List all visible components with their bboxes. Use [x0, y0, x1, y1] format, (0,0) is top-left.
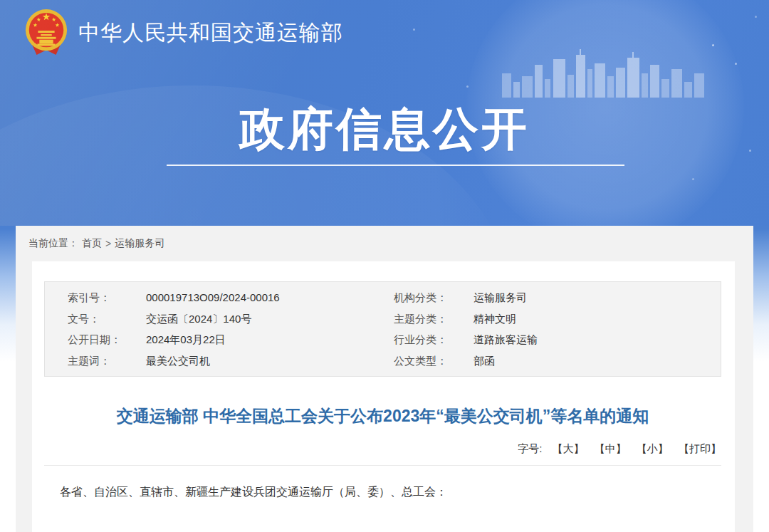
- salutation-text: 各省、自治区、直辖市、新疆生产建设兵团交通运输厅（局、委）、总工会：: [44, 484, 721, 500]
- meta-label: 索引号：: [68, 287, 146, 308]
- meta-value: 运输服务司: [474, 287, 721, 308]
- breadcrumb-separator: >: [105, 238, 111, 249]
- banner-underline: [167, 165, 624, 166]
- meta-label: 公文类型：: [394, 350, 474, 372]
- meta-value: 部函: [474, 350, 721, 372]
- meta-label: 机构分类：: [394, 287, 474, 308]
- meta-label: 主题分类：: [394, 308, 474, 330]
- site-header: 中华人民共和国交通运输部 政府信息公开: [0, 0, 769, 226]
- meta-label: 主题词：: [68, 350, 146, 372]
- meta-table: 索引号： 000019713O09/2024-00016 机构分类： 运输服务司…: [44, 281, 721, 377]
- font-size-label: 字号:: [518, 442, 542, 454]
- meta-value: 最美公交司机: [146, 350, 394, 372]
- national-emblem-icon: [24, 7, 68, 58]
- meta-value: 2024年03月22日: [146, 329, 394, 350]
- meta-label: 行业分类：: [394, 329, 474, 350]
- city-skyline-icon: [502, 43, 708, 98]
- meta-label: 公开日期：: [68, 329, 146, 350]
- site-name[interactable]: 中华人民共和国交通运输部: [78, 19, 343, 48]
- font-small-button[interactable]: 【小】: [637, 442, 669, 454]
- font-large-button[interactable]: 【大】: [552, 442, 584, 454]
- decor-dots: [712, 44, 714, 46]
- breadcrumb-section-link[interactable]: 运输服务司: [115, 237, 164, 250]
- meta-value: 交运函〔2024〕140号: [146, 308, 394, 330]
- meta-value: 000019713O09/2024-00016: [146, 287, 394, 308]
- print-button[interactable]: 【打印】: [679, 442, 721, 454]
- font-medium-button[interactable]: 【中】: [595, 442, 627, 454]
- meta-value: 道路旅客运输: [474, 329, 721, 350]
- document-panel: 索引号： 000019713O09/2024-00016 机构分类： 运输服务司…: [32, 261, 735, 532]
- banner-title: 政府信息公开: [0, 102, 769, 156]
- breadcrumb: 当前位置： 首页 > 运输服务司: [16, 226, 753, 261]
- breadcrumb-label: 当前位置：: [28, 237, 78, 250]
- toolbar-divider: [44, 465, 721, 466]
- article-title: 交通运输部 中华全国总工会关于公布2023年“最美公交司机”等名单的通知: [44, 401, 721, 431]
- meta-label: 文号：: [68, 308, 146, 330]
- site-brand[interactable]: 中华人民共和国交通运输部: [24, 7, 343, 58]
- meta-value: 精神文明: [474, 308, 721, 330]
- content-card: 当前位置： 首页 > 运输服务司 索引号： 000019713O09/2024-…: [16, 226, 753, 532]
- font-size-toolbar: 字号: 【大】 【中】 【小】 【打印】: [44, 442, 721, 456]
- breadcrumb-home-link[interactable]: 首页: [82, 237, 102, 250]
